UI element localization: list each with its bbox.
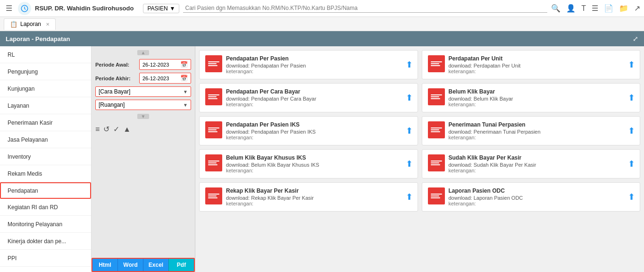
section-header: Laporan - Pendapatan ⤢	[0, 31, 644, 46]
refresh-icon[interactable]: ↺	[103, 125, 109, 134]
card-content-9: Laporan Pasien ODC download: Laporan Pas…	[449, 187, 635, 206]
card-thumb-9	[428, 187, 445, 204]
card-title-9: Laporan Pasien ODC	[449, 187, 635, 194]
periode-akhir-label: Periode Akhir:	[95, 76, 137, 81]
upload-icon-7[interactable]: ⬆	[628, 159, 635, 169]
pasien-button[interactable]: PASIEN ▼	[143, 4, 179, 13]
periode-awal-row: Periode Awal: 📅	[95, 59, 191, 70]
periode-awal-label: Periode Awal:	[95, 62, 137, 68]
calendar-icon-awal[interactable]: 📅	[180, 61, 188, 68]
sidebar-item-akuntansi[interactable]: AKUNTANSI	[0, 267, 91, 272]
card-note-5: keterangan:	[449, 135, 635, 140]
report-card-1: Perdapatan Per Unit download: Perdapatan…	[422, 50, 641, 79]
card-download-8: download: Rekap Klik Bayar Per Kasir	[226, 195, 412, 201]
add-user-icon[interactable]: 👤	[566, 4, 576, 13]
excel-button[interactable]: Excel	[143, 259, 168, 271]
card-download-7: download: Sudah Klik Bayar Per Kasir	[449, 162, 635, 168]
card-content-4: Pendapatan Per Pasien IKS download: Pend…	[226, 121, 412, 140]
upload-icon-6[interactable]: ⬆	[406, 159, 413, 169]
sidebar-item-pendapatan[interactable]: Pendapatan	[0, 182, 91, 199]
sidebar-item-inventory[interactable]: Inventory	[0, 148, 91, 165]
upload-icon-1[interactable]: ⬆	[628, 60, 635, 70]
report-card-5: Penerimaan Tunai Perpasien download: Pen…	[422, 116, 641, 145]
ruangan-arrow-icon: ▼	[183, 102, 188, 108]
periode-awal-input[interactable]: 📅	[139, 59, 191, 70]
sidebar-item-rl[interactable]: RL	[0, 46, 91, 63]
card-note-1: keterangan:	[449, 68, 635, 74]
card-note-2: keterangan:	[226, 102, 412, 107]
ruangan-value: [Ruangan]	[99, 102, 125, 108]
collapse-icon[interactable]: ▲	[123, 125, 131, 134]
periode-akhir-input[interactable]: 📅	[139, 73, 191, 84]
upload-icon-0[interactable]: ⬆	[406, 60, 413, 70]
upload-icon-8[interactable]: ⬆	[406, 192, 413, 202]
sidebar-item-rekam-medis[interactable]: Rekam Medis	[0, 165, 91, 182]
report-card-6: Belum Klik Bayar Khusus IKS download: Be…	[199, 149, 418, 178]
check-icon[interactable]: ✓	[113, 125, 119, 134]
card-note-8: keterangan:	[226, 201, 412, 206]
upload-icon-9[interactable]: ⬆	[628, 192, 635, 202]
card-thumb-4	[205, 121, 222, 138]
pdf-button[interactable]: Pdf	[168, 259, 194, 271]
export-icon[interactable]: ↗	[634, 4, 640, 13]
report-card-9: Laporan Pasien ODC download: Laporan Pas…	[422, 182, 641, 212]
card-thumb-5	[428, 121, 445, 138]
content-area: ▲ Periode Awal: 📅 Periode Akhir: 📅	[92, 46, 644, 272]
topbar-actions: 🔍 👤 T ☰ 📄 📁 ↗	[551, 4, 640, 13]
sidebar-item-kunjungan[interactable]: Kunjungan	[0, 80, 91, 97]
upload-icon-5[interactable]: ⬆	[628, 126, 635, 136]
search-icon[interactable]: 🔍	[551, 4, 560, 13]
tabbar: 📋 Laporan ✕	[0, 17, 644, 31]
report-card-7: Sudah Klik Bayar Per Kasir download: Sud…	[422, 149, 641, 178]
sidebar-item-kegiatan-ri[interactable]: Kegiatan RI dan RD	[0, 199, 91, 216]
sidebar-item-layanan[interactable]: Layanan	[0, 97, 91, 114]
text-icon[interactable]: T	[581, 4, 586, 13]
tab-laporan[interactable]: 📋 Laporan ✕	[4, 18, 56, 30]
upload-icon-3[interactable]: ⬆	[628, 93, 635, 103]
card-content-7: Sudah Klik Bayar Per Kasir download: Sud…	[449, 154, 635, 173]
html-button[interactable]: Html	[92, 259, 117, 271]
card-note-0: keterangan:	[226, 68, 412, 74]
section-expand-icon[interactable]: ⤢	[633, 35, 638, 42]
card-title-1: Perdapatan Per Unit	[449, 55, 635, 62]
list-icon[interactable]: ☰	[592, 4, 598, 13]
report-card-0: Pendapatan Per Pasien download: Pendapat…	[199, 50, 418, 79]
sidebar-item-monitoring[interactable]: Monitoring Pelayanan	[0, 216, 91, 233]
card-note-7: keterangan:	[449, 168, 635, 173]
card-title-6: Belum Klik Bayar Khusus IKS	[226, 154, 412, 161]
word-button[interactable]: Word	[117, 259, 143, 271]
file-icon[interactable]: 📄	[604, 4, 613, 13]
ruangan-select[interactable]: [Ruangan] ▼	[95, 100, 191, 110]
cara-bayar-select[interactable]: [Cara Bayar] ▼	[95, 86, 191, 97]
upload-icon-4[interactable]: ⬆	[406, 126, 413, 136]
topbar: ☰ RSUP. DR. Wahidin Sudirohusodo PASIEN …	[0, 0, 644, 17]
sidebar-item-penerimaan-kasir[interactable]: Penerimaan Kasir	[0, 114, 91, 131]
folder-icon[interactable]: 📁	[619, 4, 628, 13]
left-panel: ▲ Periode Awal: 📅 Periode Akhir: 📅	[92, 46, 195, 272]
list-view-icon[interactable]: ≡	[95, 125, 100, 134]
periode-awal-field[interactable]	[142, 62, 180, 68]
sidebar-item-ppi[interactable]: PPI	[0, 250, 91, 267]
search-input[interactable]	[183, 4, 547, 13]
menu-icon[interactable]: ☰	[4, 2, 14, 15]
card-note-9: keterangan:	[449, 201, 635, 206]
card-download-6: download: Belum Klik Bayar Khusus IKS	[226, 162, 412, 168]
card-content-5: Penerimaan Tunai Perpasien download: Pen…	[449, 121, 635, 140]
sidebar-item-pengunjung[interactable]: Pengunjung	[0, 63, 91, 80]
sidebar-item-jasa-pelayanan[interactable]: Jasa Pelayanan	[0, 131, 91, 148]
upload-icon-2[interactable]: ⬆	[406, 93, 413, 103]
periode-akhir-row: Periode Akhir: 📅	[95, 73, 191, 84]
card-download-1: download: Perdapatan Per Unit	[449, 63, 635, 68]
tab-close-icon[interactable]: ✕	[46, 22, 50, 27]
report-card-3: Belum Klik Bayar download: Belum Klik Ba…	[422, 83, 641, 112]
calendar-icon-akhir[interactable]: 📅	[180, 75, 188, 82]
scroll-down-icon[interactable]: ▼	[137, 114, 150, 119]
card-content-0: Pendapatan Per Pasien download: Pendapat…	[226, 55, 412, 74]
periode-akhir-field[interactable]	[142, 76, 180, 81]
card-title-7: Sudah Klik Bayar Per Kasir	[449, 154, 635, 161]
report-card-4: Pendapatan Per Pasien IKS download: Pend…	[199, 116, 418, 145]
card-note-3: keterangan:	[449, 102, 635, 107]
sidebar-item-kinerja-dokter[interactable]: Kinerja dokter dan pe...	[0, 233, 91, 250]
card-content-1: Perdapatan Per Unit download: Perdapatan…	[449, 55, 635, 74]
card-download-3: download: Belum Klik Bayar	[449, 96, 635, 102]
